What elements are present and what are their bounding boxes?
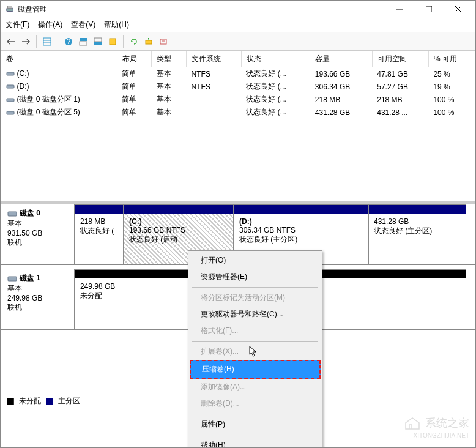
svg-rect-16 (146, 40, 152, 44)
ctx-delete: 删除卷(D)... (190, 395, 321, 412)
svg-rect-17 (160, 39, 166, 44)
svg-rect-0 (7, 8, 13, 11)
svg-rect-1 (8, 6, 12, 9)
legend-swatch-unallocated (7, 398, 14, 405)
svg-rect-6 (43, 38, 51, 45)
separator (58, 35, 58, 48)
ctx-add-mirror: 添加镜像(A)... (190, 379, 321, 395)
svg-rect-3 (426, 6, 432, 12)
svg-rect-23 (8, 212, 17, 216)
app-icon (6, 5, 14, 13)
ctx-change-letter[interactable]: 更改驱动器号和路径(C)... (190, 306, 321, 323)
svg-rect-21 (7, 99, 14, 102)
separator (36, 35, 37, 48)
menu-action[interactable]: 操作(A) (38, 20, 62, 30)
svg-rect-22 (7, 111, 14, 114)
cursor-icon (249, 346, 259, 358)
ctx-format: 格式化(F)... (190, 323, 321, 339)
table-row[interactable]: (磁盘 0 磁盘分区 1) 简单基本 状态良好 (...218 MB218 MB… (1, 93, 475, 106)
close-button[interactable] (451, 3, 466, 15)
view-list-button[interactable] (40, 35, 54, 48)
svg-rect-20 (7, 85, 14, 88)
action-button[interactable] (157, 35, 170, 48)
ctx-open[interactable]: 打开(O) (190, 252, 321, 269)
table-row[interactable]: (D:) 简单基本NTFS 状态良好 (...306.34 GB57.27 GB… (1, 80, 475, 93)
th-filesystem[interactable]: 文件系统 (187, 51, 242, 67)
disk-info[interactable]: 磁盘 1 基本249.98 GB联机 (1, 269, 75, 329)
separator (192, 341, 318, 342)
th-percent[interactable]: % 可用 (428, 51, 475, 67)
separator (192, 414, 318, 414)
svg-rect-11 (80, 38, 87, 41)
th-layout[interactable]: 布局 (117, 51, 152, 67)
back-button[interactable] (4, 35, 18, 48)
minimize-button[interactable] (392, 3, 407, 15)
help-button[interactable]: ? (62, 35, 75, 48)
menu-help[interactable]: 帮助(H) (104, 20, 129, 30)
menu-view[interactable]: 查看(V) (71, 20, 95, 30)
svg-rect-19 (7, 72, 14, 75)
disk-info[interactable]: 磁盘 0 基本931.50 GB联机 (1, 204, 75, 264)
view-bottom-button[interactable] (91, 35, 105, 48)
menubar: 文件(F) 操作(A) 查看(V) 帮助(H) (1, 18, 475, 32)
svg-rect-24 (8, 277, 17, 281)
titlebar: 磁盘管理 (1, 1, 475, 18)
window-title: 磁盘管理 (18, 4, 392, 15)
table-header-row: 卷 布局 类型 文件系统 状态 容量 可用空间 % 可用 (1, 51, 475, 67)
th-volume[interactable]: 卷 (1, 51, 117, 67)
th-capacity[interactable]: 容量 (310, 51, 372, 67)
legend-unallocated: 未分配 (19, 396, 41, 406)
volume-table[interactable]: 卷 布局 类型 文件系统 状态 容量 可用空间 % 可用 (C:) 简单基本NT… (1, 51, 475, 204)
partition[interactable]: 218 MB状态良好 ( (75, 204, 124, 264)
maximize-button[interactable] (422, 3, 436, 15)
svg-text:?: ? (67, 37, 71, 46)
partition[interactable]: 431.28 GB状态良好 (主分区) (368, 204, 466, 264)
separator (192, 287, 318, 288)
toolbar: ? (1, 32, 475, 51)
view-top-button[interactable] (76, 35, 90, 48)
house-icon (403, 416, 422, 430)
legend-primary: 主分区 (58, 396, 80, 406)
watermark-url: XITONGZHIJIA.NET (414, 432, 470, 439)
svg-rect-14 (94, 42, 102, 45)
menu-file[interactable]: 文件(F) (6, 20, 29, 30)
ctx-shrink[interactable]: 压缩卷(H) (190, 360, 321, 379)
settings-button[interactable] (106, 35, 119, 48)
watermark: 系统之家 (403, 416, 469, 430)
table-row[interactable]: (磁盘 0 磁盘分区 5) 简单基本 状态良好 (...431.28 GB431… (1, 106, 475, 119)
svg-rect-12 (80, 42, 87, 45)
th-type[interactable]: 类型 (152, 51, 187, 67)
th-free[interactable]: 可用空间 (372, 51, 428, 67)
ctx-mark-active: 将分区标记为活动分区(M) (190, 289, 321, 306)
th-status[interactable]: 状态 (241, 51, 310, 67)
ctx-explorer[interactable]: 资源管理器(E) (190, 269, 321, 285)
svg-rect-15 (110, 39, 116, 45)
refresh-button[interactable] (127, 35, 141, 48)
legend-swatch-primary (46, 398, 53, 405)
table-row[interactable]: (C:) 简单基本NTFS 状态良好 (...193.66 GB47.81 GB… (1, 67, 475, 81)
separator (192, 435, 318, 435)
watermark-text: 系统之家 (425, 416, 469, 430)
separator (123, 35, 124, 48)
rescan-button[interactable] (142, 35, 155, 48)
svg-rect-13 (94, 38, 102, 42)
forward-button[interactable] (19, 35, 32, 48)
ctx-properties[interactable]: 属性(P) (190, 416, 321, 433)
ctx-help[interactable]: 帮助(H) (190, 437, 321, 448)
